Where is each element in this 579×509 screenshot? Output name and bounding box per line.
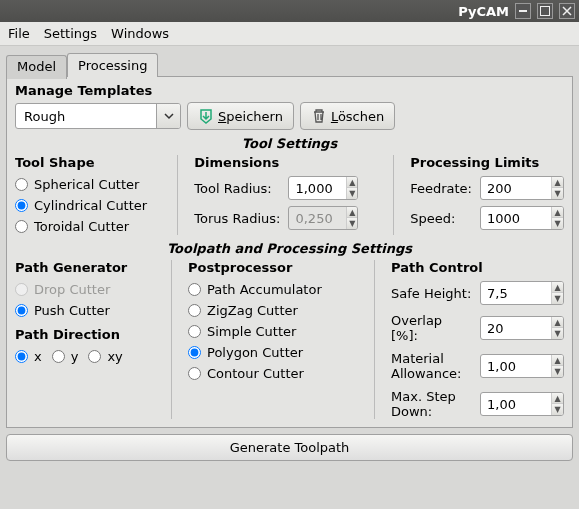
save-label: SSpeichernpeichern [218, 109, 283, 124]
tool-shape-heading: Tool Shape [15, 155, 161, 170]
tab-panel-processing: Manage Templates Rough SSpeichernpeicher… [6, 76, 573, 428]
safe-height-label: Safe Height: [391, 286, 472, 301]
arrow-up-icon[interactable]: ▲ [552, 393, 563, 404]
radio-dir-y[interactable]: y [52, 348, 79, 365]
overlap-input[interactable]: ▲▼ [480, 316, 564, 340]
speed-label: Speed: [410, 211, 472, 226]
tool-settings-title: Tool Settings [15, 136, 564, 151]
trash-icon [311, 108, 327, 124]
torus-radius-label: Torus Radius: [194, 211, 280, 226]
radio-zigzag[interactable]: ZigZag Cutter [188, 302, 358, 319]
step-down-input[interactable]: ▲▼ [480, 392, 564, 416]
arrow-up-icon[interactable]: ▲ [347, 177, 357, 188]
delete-button[interactable]: LöschenLöschen [300, 102, 395, 130]
arrow-up-icon[interactable]: ▲ [552, 282, 563, 293]
arrow-down-icon[interactable]: ▼ [552, 366, 563, 377]
generate-toolpath-button[interactable]: Generate Toolpath [6, 434, 573, 461]
speed-input[interactable]: ▲▼ [480, 206, 564, 230]
radio-dir-x[interactable]: x [15, 348, 42, 365]
titlebar: PyCAM [0, 0, 579, 22]
generator-heading: Path Generator [15, 260, 155, 275]
radio-spherical[interactable]: Spherical Cutter [15, 176, 161, 193]
menu-settings[interactable]: Settings [44, 26, 97, 41]
delete-label: LöschenLöschen [331, 109, 384, 124]
window-title: PyCAM [458, 4, 509, 19]
tab-model[interactable]: Model [6, 55, 67, 79]
tabs: Model Processing [6, 53, 573, 77]
limits-heading: Processing Limits [410, 155, 564, 170]
content: Model Processing Manage Templates Rough … [0, 46, 579, 467]
tool-radius-label: Tool Radius: [194, 181, 280, 196]
path-control-heading: Path Control [391, 260, 564, 275]
radio-push-cutter[interactable]: Push Cutter [15, 302, 155, 319]
arrow-up-icon[interactable]: ▲ [552, 177, 563, 188]
overlap-label: Overlap [%]: [391, 313, 472, 343]
templates-heading: Manage Templates [15, 83, 564, 98]
arrow-up-icon[interactable]: ▲ [552, 207, 563, 218]
radio-cylindrical[interactable]: Cylindrical Cutter [15, 197, 161, 214]
template-select[interactable]: Rough [15, 103, 181, 129]
save-icon [198, 108, 214, 124]
safe-height-input[interactable]: ▲▼ [480, 281, 564, 305]
radio-dir-xy[interactable]: xy [88, 348, 122, 365]
radio-contour[interactable]: Contour Cutter [188, 365, 358, 382]
dimensions-heading: Dimensions [194, 155, 377, 170]
template-select-value: Rough [16, 109, 156, 124]
feedrate-input[interactable]: ▲▼ [480, 176, 564, 200]
arrow-down-icon[interactable]: ▼ [552, 188, 563, 199]
direction-heading: Path Direction [15, 327, 155, 342]
arrow-down-icon[interactable]: ▼ [552, 218, 563, 229]
step-down-label: Max. Step Down: [391, 389, 472, 419]
radio-toroidal[interactable]: Toroidal Cutter [15, 218, 161, 235]
arrow-down-icon[interactable]: ▼ [552, 404, 563, 415]
arrow-up-icon[interactable]: ▲ [552, 355, 563, 366]
toolpath-title: Toolpath and Processing Settings [15, 241, 564, 256]
feedrate-label: Feedrate: [410, 181, 472, 196]
arrow-down-icon[interactable]: ▼ [347, 188, 357, 199]
radio-polygon[interactable]: Polygon Cutter [188, 344, 358, 361]
maximize-icon[interactable] [537, 3, 553, 19]
allowance-input[interactable]: ▲▼ [480, 354, 564, 378]
menubar: File Settings Windows [0, 22, 579, 46]
allowance-label: Material Allowance: [391, 351, 472, 381]
save-button[interactable]: SSpeichernpeichern [187, 102, 294, 130]
arrow-down-icon[interactable]: ▼ [552, 328, 563, 339]
tool-radius-input[interactable]: ▲▼ [288, 176, 358, 200]
torus-radius-input: ▲▼ [288, 206, 358, 230]
radio-accumulator[interactable]: Path Accumulator [188, 281, 358, 298]
minimize-icon[interactable] [515, 3, 531, 19]
chevron-down-icon[interactable] [156, 103, 180, 129]
arrow-down-icon[interactable]: ▼ [552, 293, 563, 304]
radio-simple[interactable]: Simple Cutter [188, 323, 358, 340]
tab-processing[interactable]: Processing [67, 53, 158, 77]
radio-drop-cutter: Drop Cutter [15, 281, 155, 298]
close-icon[interactable] [559, 3, 575, 19]
menu-file[interactable]: File [8, 26, 30, 41]
menu-windows[interactable]: Windows [111, 26, 169, 41]
postprocessor-heading: Postprocessor [188, 260, 358, 275]
arrow-up-icon[interactable]: ▲ [552, 317, 563, 328]
